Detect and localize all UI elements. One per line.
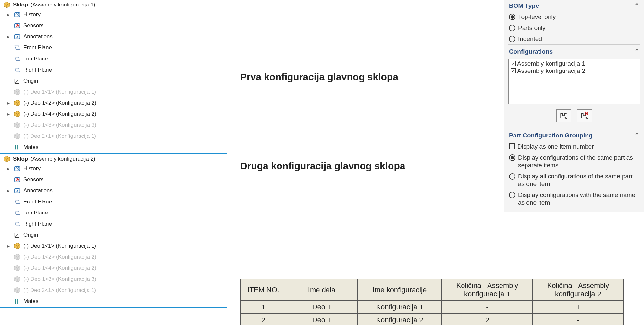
radio-icon: [509, 154, 515, 161]
config-label: Assembly konfiguracija 2: [517, 67, 585, 74]
tree-root[interactable]: Sklop (Assembly konfiguracija 2): [0, 154, 227, 163]
tree-item-label: (-) Deo 1<3> (Konfiguracija 3): [23, 276, 96, 282]
heading-1: Prva konfiguracija glavnog sklopa: [240, 72, 500, 83]
tree-item[interactable]: ▸(f) Deo 1<1> (Konfiguracija 1): [0, 240, 227, 252]
tree-item[interactable]: ▸History: [0, 9, 227, 20]
origin-icon: [14, 231, 21, 239]
ann-icon: [14, 187, 21, 194]
tree-root-label: Sklop: [13, 156, 28, 162]
tree-root-config: (Assembly konfiguracija 1): [31, 2, 95, 8]
tree-block-2: Sklop (Assembly konfiguracija 2) ▸Histor…: [0, 154, 227, 308]
radio-label: Parts only: [518, 24, 545, 32]
assembly-icon: [3, 155, 10, 162]
expand-icon[interactable]: ▸: [6, 111, 11, 117]
checkbox-icon: ✓: [511, 61, 516, 66]
config-listbox[interactable]: ✓Assembly konfiguracija 1 ✓Assembly konf…: [508, 58, 640, 104]
part-s-icon: [14, 122, 21, 129]
tree-item[interactable]: ▸(-) Deo 1<2> (Konfiguracija 2): [0, 98, 227, 109]
tree-item-label: (-) Deo 1<2> (Konfiguracija 2): [23, 100, 96, 106]
tree-item[interactable]: ▸Front Plane: [0, 42, 227, 53]
section-configurations[interactable]: Configurations ⌃: [508, 44, 640, 57]
config-label: Assembly konfiguracija 1: [517, 60, 585, 67]
hist-icon: [14, 11, 21, 18]
center-area: Prva konfiguracija glavnog sklopa Druga …: [240, 0, 500, 172]
tree-item[interactable]: ▸(f) Deo 1<1> (Konfiguracija 1): [0, 86, 227, 98]
radio-label: Top-level only: [518, 13, 556, 21]
select-all-button[interactable]: [556, 109, 571, 122]
radio-label: Display configurations of the same part …: [518, 154, 639, 169]
tree-item[interactable]: ▸(f) Deo 2<1> (Konfiguracija 1): [0, 131, 227, 142]
tree-item[interactable]: ▸Right Plane: [0, 64, 227, 75]
tree-item[interactable]: ▸Origin: [0, 229, 227, 240]
tree-item[interactable]: ▸Sensors: [0, 174, 227, 185]
tree-root[interactable]: Sklop (Assembly konfiguracija 1): [0, 0, 227, 9]
sens-icon: [14, 22, 21, 29]
tree-item[interactable]: ▸Top Plane: [0, 53, 227, 64]
tree-item[interactable]: ▸Origin: [0, 75, 227, 86]
radio-separate-items[interactable]: Display configurations of the same part …: [508, 152, 640, 171]
config-item[interactable]: ✓Assembly konfiguracija 1: [511, 60, 638, 67]
radio-parts-only[interactable]: Parts only: [508, 22, 640, 33]
tree-item-label: Mates: [23, 144, 38, 150]
section-bom-type[interactable]: BOM Type ⌃: [508, 2, 640, 11]
bom-cell: 1: [533, 301, 624, 314]
check-display-one-item[interactable]: Display as one item number: [508, 141, 640, 152]
tree-item[interactable]: ▸Annotations: [0, 31, 227, 42]
radio-same-name-one[interactable]: Display configurations with the same nam…: [508, 189, 640, 208]
expand-icon[interactable]: ▸: [6, 12, 11, 17]
expand-icon[interactable]: ▸: [6, 166, 11, 171]
tree-item[interactable]: ▸(-) Deo 1<3> (Konfiguracija 3): [0, 274, 227, 285]
expand-icon[interactable]: ▸: [6, 34, 11, 39]
tree-item[interactable]: ▸Mates: [0, 296, 227, 307]
tree-block-1: Sklop (Assembly konfiguracija 1) ▸Histor…: [0, 0, 227, 154]
section-title: Configurations: [509, 48, 553, 55]
tree-item[interactable]: ▸(f) Deo 2<1> (Konfiguracija 1): [0, 285, 227, 296]
radio-label: Display configurations with the same nam…: [518, 191, 639, 207]
sens-icon: [14, 176, 21, 183]
tree-item[interactable]: ▸(-) Deo 1<2> (Konfiguracija 2): [0, 252, 227, 263]
tree-item[interactable]: ▸Sensors: [0, 20, 227, 31]
radio-icon: [509, 25, 515, 31]
radio-top-level[interactable]: Top-level only: [508, 11, 640, 22]
tree-item-label: Sensors: [23, 176, 43, 183]
tree-item[interactable]: ▸Right Plane: [0, 218, 227, 229]
radio-icon: [509, 173, 515, 180]
expand-icon[interactable]: ▸: [6, 100, 11, 106]
radio-label: Indented: [518, 35, 542, 43]
tree-items-1: ▸History▸Sensors▸Annotations▸Front Plane…: [0, 9, 227, 153]
tree-item[interactable]: ▸Mates: [0, 142, 227, 153]
tree-item-label: Origin: [23, 78, 38, 84]
part-icon: [14, 110, 21, 118]
bom-cell: Konfiguracija 2: [357, 314, 442, 325]
tree-item[interactable]: ▸Top Plane: [0, 207, 227, 218]
table-row: 1Deo 1Konfiguracija 1-1: [241, 301, 624, 314]
tree-item-label: History: [23, 11, 41, 18]
section-part-grouping[interactable]: Part Configuration Grouping ⌃: [508, 128, 640, 141]
tree-item[interactable]: ▸(-) Deo 1<4> (Konfiguracija 2): [0, 109, 227, 120]
tree-item[interactable]: ▸(-) Deo 1<3> (Konfiguracija 3): [0, 120, 227, 131]
bom-cell: 2: [442, 314, 533, 325]
bom-table: ITEM NO.Ime delaIme konfiguracijeKoličin…: [240, 279, 624, 325]
radio-icon: [509, 36, 515, 42]
expand-icon[interactable]: ▸: [6, 243, 11, 249]
clear-all-button[interactable]: [577, 109, 592, 122]
plane-icon: [14, 66, 21, 73]
bom-cell: -: [442, 301, 533, 314]
tree-item[interactable]: ▸History: [0, 163, 227, 174]
tree-item[interactable]: ▸(-) Deo 1<4> (Konfiguracija 2): [0, 263, 227, 274]
part-s-icon: [14, 133, 21, 140]
tree-item-label: (f) Deo 1<1> (Konfiguracija 1): [23, 89, 96, 95]
radio-indented[interactable]: Indented: [508, 33, 640, 45]
tree-item-label: Front Plane: [23, 45, 52, 51]
tree-item-label: Mates: [23, 298, 38, 305]
tree-item[interactable]: ▸Annotations: [0, 185, 227, 196]
bom-cell: 2: [241, 314, 286, 325]
radio-all-as-one[interactable]: Display all configurations of the same p…: [508, 171, 640, 190]
bom-cell: -: [533, 314, 624, 325]
config-item[interactable]: ✓Assembly konfiguracija 2: [511, 67, 638, 74]
bom-cell: 1: [241, 301, 286, 314]
tree-item-label: (-) Deo 1<3> (Konfiguracija 3): [23, 122, 96, 128]
part-s-icon: [14, 265, 21, 272]
expand-icon[interactable]: ▸: [6, 188, 11, 193]
tree-item[interactable]: ▸Front Plane: [0, 196, 227, 207]
